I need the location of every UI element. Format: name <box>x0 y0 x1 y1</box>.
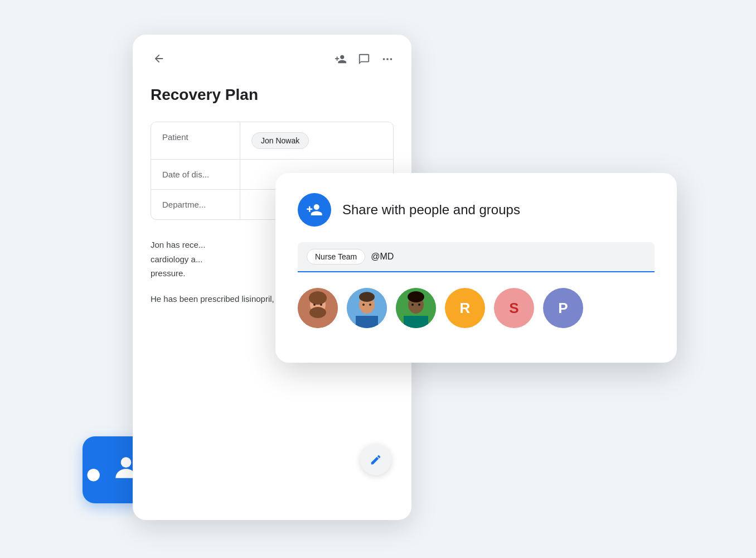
svg-point-13 <box>359 292 375 302</box>
svg-point-20 <box>411 304 414 306</box>
svg-point-14 <box>362 304 365 306</box>
avatar-3[interactable] <box>396 288 436 328</box>
avatar-r-initial: R <box>460 300 471 317</box>
share-title: Share with people and groups <box>342 202 520 218</box>
top-actions <box>335 53 394 68</box>
avatar-p-initial: P <box>558 300 568 317</box>
svg-point-1 <box>383 58 385 60</box>
more-options-button[interactable] <box>381 53 394 68</box>
card-title: Recovery Plan <box>151 86 394 104</box>
avatar-1[interactable] <box>298 288 338 328</box>
svg-point-7 <box>309 291 327 305</box>
svg-point-2 <box>386 58 389 60</box>
avatar-s[interactable]: S <box>494 288 534 328</box>
svg-point-0 <box>121 457 132 468</box>
top-bar <box>151 50 394 70</box>
add-person-button[interactable] <box>335 53 347 68</box>
date-label: Date of dis... <box>151 160 240 189</box>
patient-badge: Jon Nowak <box>251 132 309 149</box>
svg-point-21 <box>418 304 420 306</box>
avatars-row: R S P <box>298 288 655 328</box>
svg-point-3 <box>390 58 392 60</box>
avatar-p[interactable]: P <box>543 288 583 328</box>
share-header: Share with people and groups <box>298 193 655 227</box>
share-icon-circle <box>298 193 331 227</box>
share-input-area[interactable]: Nurse Team <box>298 242 655 272</box>
dept-label: Departme... <box>151 190 240 219</box>
patient-row: Patient Jon Nowak <box>151 122 393 160</box>
svg-point-15 <box>369 304 371 306</box>
avatar-r[interactable]: R <box>445 288 485 328</box>
share-search-input[interactable] <box>371 252 646 262</box>
patient-value: Jon Nowak <box>240 122 393 159</box>
notes-button[interactable] <box>358 53 370 68</box>
svg-point-8 <box>313 304 316 306</box>
svg-point-6 <box>309 307 326 318</box>
scene: ● <box>0 0 756 558</box>
svg-point-9 <box>320 304 322 306</box>
patient-label: Patient <box>151 122 240 159</box>
edit-fab-button[interactable] <box>360 444 391 475</box>
nurse-team-chip[interactable]: Nurse Team <box>307 249 365 264</box>
svg-rect-17 <box>404 316 428 328</box>
avatar-2[interactable] <box>347 288 387 328</box>
back-button[interactable] <box>151 50 167 70</box>
svg-rect-11 <box>356 316 378 328</box>
svg-point-19 <box>408 291 424 302</box>
share-dialog: Share with people and groups Nurse Team <box>275 173 677 363</box>
avatar-s-initial: S <box>509 300 518 317</box>
